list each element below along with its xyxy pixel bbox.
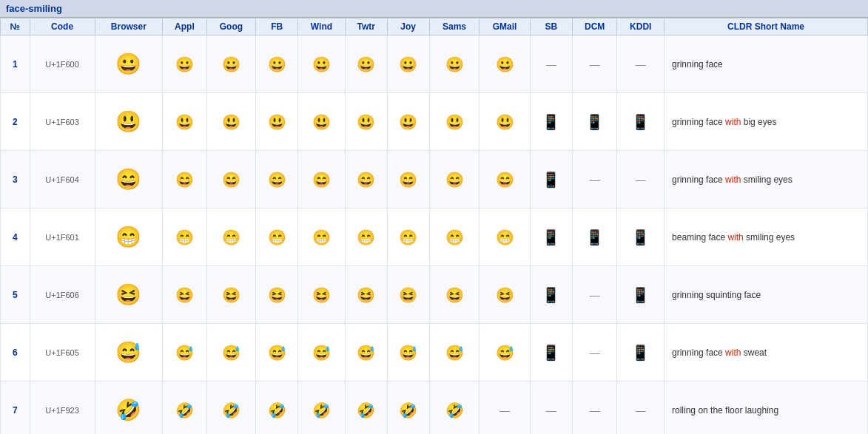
column-header-cldr-short-name: CLDR Short Name — [665, 18, 868, 35]
cldr-short-name: rolling on the floor laughing — [665, 382, 868, 435]
column-header-sams: Sams — [429, 18, 480, 35]
twitter-emoji: 😀 — [345, 35, 387, 93]
column-header-dcm: DCM — [572, 18, 617, 35]
sb-emoji: — — [530, 35, 572, 93]
apple-emoji: 🤣 — [163, 382, 207, 435]
column-header-kddi: KDDI — [617, 18, 665, 35]
column-header-fb: FB — [256, 18, 298, 35]
kddi-emoji: — — [617, 35, 665, 93]
sb-emoji: 📱 — [530, 151, 572, 208]
browser-emoji: 😁 — [95, 208, 163, 266]
twitter-emoji: 😁 — [345, 208, 387, 266]
apple-emoji: 😀 — [163, 35, 207, 93]
joypixels-emoji: 😃 — [387, 93, 429, 151]
samsung-emoji: 🤣 — [429, 382, 480, 435]
column-header-appl: Appl — [163, 18, 207, 35]
gmail-emoji: 😆 — [480, 266, 531, 324]
dcm-emoji: 📱 — [572, 208, 617, 266]
google-emoji: 😃 — [206, 93, 256, 151]
google-emoji: 🤣 — [206, 382, 256, 435]
joypixels-emoji: 😄 — [387, 151, 429, 208]
windows-emoji: 😆 — [298, 266, 345, 324]
table-row: 3U+1F604😄😄😄😄😄😄😄😄😄📱——grinning face with s… — [1, 151, 868, 208]
apple-emoji: 😆 — [163, 266, 207, 324]
facebook-emoji: 😆 — [256, 266, 298, 324]
browser-emoji: 😆 — [95, 266, 163, 324]
column-header-№: № — [1, 18, 30, 35]
browser-emoji: 🤣 — [95, 382, 163, 435]
gmail-emoji: 😁 — [480, 208, 531, 266]
column-header-code: Code — [30, 18, 95, 35]
joypixels-emoji: 🤣 — [387, 382, 429, 435]
table-header: №CodeBrowserApplGoogFBWindTwtrJoySamsGMa… — [1, 18, 868, 35]
google-emoji: 😀 — [206, 35, 256, 93]
sb-emoji: 📱 — [530, 208, 572, 266]
row-number: 6 — [1, 324, 30, 382]
browser-emoji: 😅 — [95, 324, 163, 382]
joypixels-emoji: 😅 — [387, 324, 429, 382]
windows-emoji: 🤣 — [298, 382, 345, 435]
column-header-browser: Browser — [95, 18, 163, 35]
twitter-emoji: 😃 — [345, 93, 387, 151]
joypixels-emoji: 😁 — [387, 208, 429, 266]
page-title: face-smiling — [0, 0, 868, 18]
gmail-emoji: 😃 — [480, 93, 531, 151]
sb-emoji: 📱 — [530, 93, 572, 151]
gmail-emoji: 😄 — [480, 151, 531, 208]
browser-emoji: 😃 — [95, 93, 163, 151]
kddi-emoji: 📱 — [617, 93, 665, 151]
gmail-emoji: 😅 — [480, 324, 531, 382]
unicode-code: U+1F923 — [30, 382, 95, 435]
unicode-code: U+1F605 — [30, 324, 95, 382]
table-row: 5U+1F606😆😆😆😆😆😆😆😆😆📱—📱grinning squinting f… — [1, 266, 868, 324]
facebook-emoji: 😀 — [256, 35, 298, 93]
column-header-twtr: Twtr — [345, 18, 387, 35]
joypixels-emoji: 😆 — [387, 266, 429, 324]
sb-emoji: 📱 — [530, 324, 572, 382]
cldr-short-name: grinning face with big eyes — [665, 93, 868, 151]
twitter-emoji: 🤣 — [345, 382, 387, 435]
unicode-code: U+1F603 — [30, 93, 95, 151]
dcm-emoji: — — [572, 151, 617, 208]
windows-emoji: 😁 — [298, 208, 345, 266]
google-emoji: 😆 — [206, 266, 256, 324]
row-number: 7 — [1, 382, 30, 435]
table-row: 4U+1F601😁😁😁😁😁😁😁😁😁📱📱📱beaming face with sm… — [1, 208, 868, 266]
sb-emoji: 📱 — [530, 266, 572, 324]
column-header-sb: SB — [530, 18, 572, 35]
facebook-emoji: 😃 — [256, 93, 298, 151]
table-row: 7U+1F923🤣🤣🤣🤣🤣🤣🤣🤣————rolling on the floor… — [1, 382, 868, 435]
unicode-code: U+1F601 — [30, 208, 95, 266]
dcm-emoji: 📱 — [572, 93, 617, 151]
table-row: 1U+1F600😀😀😀😀😀😀😀😀😀———grinning face — [1, 35, 868, 93]
samsung-emoji: 😆 — [429, 266, 480, 324]
gmail-emoji: 😀 — [480, 35, 531, 93]
dcm-emoji: — — [572, 382, 617, 435]
apple-emoji: 😃 — [163, 93, 207, 151]
cldr-short-name: grinning face — [665, 35, 868, 93]
row-number: 2 — [1, 93, 30, 151]
row-number: 1 — [1, 35, 30, 93]
column-header-joy: Joy — [387, 18, 429, 35]
google-emoji: 😅 — [206, 324, 256, 382]
table-row: 6U+1F605😅😅😅😅😅😅😅😅😅📱—📱grinning face with s… — [1, 324, 868, 382]
cldr-short-name: beaming face with smiling eyes — [665, 208, 868, 266]
samsung-emoji: 😄 — [429, 151, 480, 208]
dcm-emoji: — — [572, 35, 617, 93]
unicode-code: U+1F600 — [30, 35, 95, 93]
google-emoji: 😄 — [206, 151, 256, 208]
dcm-emoji: — — [572, 266, 617, 324]
windows-emoji: 😅 — [298, 324, 345, 382]
sb-emoji: — — [530, 382, 572, 435]
samsung-emoji: 😀 — [429, 35, 480, 93]
dcm-emoji: — — [572, 324, 617, 382]
row-number: 4 — [1, 208, 30, 266]
unicode-code: U+1F604 — [30, 151, 95, 208]
apple-emoji: 😅 — [163, 324, 207, 382]
samsung-emoji: 😃 — [429, 93, 480, 151]
kddi-emoji: — — [617, 382, 665, 435]
twitter-emoji: 😄 — [345, 151, 387, 208]
windows-emoji: 😄 — [298, 151, 345, 208]
facebook-emoji: 😄 — [256, 151, 298, 208]
google-emoji: 😁 — [206, 208, 256, 266]
